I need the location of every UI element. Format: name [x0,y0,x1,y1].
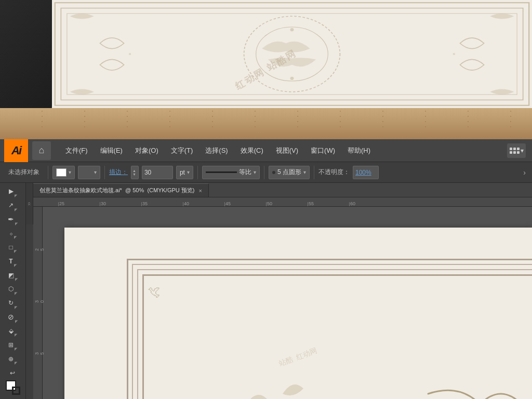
properties-bar: 未选择对象 ▾ ▾ 描边： ▲ ▼ 30 [0,162,532,183]
ai-logo: Ai [4,139,28,162]
opacity-input[interactable]: 100% [353,166,379,179]
rotate-sub-arrow: ◤ [15,305,17,310]
rectangle-tool[interactable]: □ ◤ [3,241,23,254]
svg-point-3 [244,16,340,92]
ruler-mark-40: 40 [183,201,189,206]
file-tab[interactable]: 创意莫兰迪条纹抽象欧式地毯.ai* @ 50% (CMYK/GPU 预览) × [33,183,209,197]
main-content: ▶ ◤ ↗ ◤ ✒ ◤ ⬦ ◤ □ ◤ [0,183,532,399]
stroke-dropdown-arrow: ▾ [94,169,97,175]
ruler-mark-45: 45 [224,201,231,206]
point-shape-label: 5 点圆形 [277,168,301,177]
stroke-stepper[interactable]: ▲ ▼ [131,166,139,179]
stroke-label[interactable]: 描边： [109,168,128,177]
select-tool[interactable]: ▶ ◤ [3,185,23,198]
canvas-area[interactable]: 创意莫兰迪条纹抽象欧式地毯.ai* @ 50% (CMYK/GPU 预览) × … [33,183,532,399]
separator-1 [48,166,48,179]
eyedropper-icon: ⊘ [8,313,14,321]
svg-rect-2 [67,14,517,95]
top-image-area: 红动网 站酷网 [0,0,532,139]
symbol-icon: ⬙ [9,327,14,335]
workspace-arrow-icon: ▾ [521,147,524,154]
workspace-grid-icon [510,148,520,154]
menu-text[interactable]: 文字(T) [165,144,200,157]
menu-file[interactable]: 文件(F) [59,144,94,157]
menu-view[interactable]: 视图(V) [270,144,304,157]
no-selection-label: 未选择对象 [4,168,44,177]
menu-edit[interactable]: 编辑(E) [94,144,129,157]
stepper-up[interactable]: ▲ [132,169,136,172]
opacity-value: 100% [355,169,371,176]
svg-point-4 [256,27,328,81]
stroke-dropdown[interactable]: ▾ [78,166,100,179]
line-style-preview [206,171,237,173]
ruler-v-mark-35: 35 [34,352,45,355]
dengbi-label: 等比 [239,168,251,177]
pen-tool[interactable]: ✒ ◤ [3,213,23,226]
fill-swatch [56,168,66,177]
svg-point-7 [129,53,131,55]
stroke-unit: pt [180,169,185,176]
ruler-horizontal: 25 30 35 40 45 50 55 60 [33,197,532,207]
ruler-mark-60: 60 [349,201,355,206]
pen-icon: ✒ [8,215,14,223]
canvas-document: 🕊 [64,228,532,399]
gradient-sub-arrow: ◤ [15,277,18,282]
tab-close-button[interactable]: × [198,188,202,194]
canvas-carpet: 🕊 [64,228,532,399]
eyedropper-tool[interactable]: ⊘ ◤ [3,311,23,324]
select-icon: ▶ [9,188,14,195]
hand-tool[interactable]: ↩ [3,366,23,379]
menu-window[interactable]: 窗口(W) [304,144,341,157]
gradient-tool[interactable]: ◩ ◤ [3,269,23,282]
hand-icon: ↩ [10,369,15,377]
fill-stroke-swatches[interactable] [6,380,20,395]
rectangle-sub-arrow: ◤ [14,249,17,254]
menu-items: 文件(F) 编辑(E) 对象(O) 文字(T) 选择(S) 效果(C) 视图(V… [59,144,507,157]
wood-floor [0,108,532,139]
ruler-v-mark-30: 30 [34,300,45,303]
rotate-tool[interactable]: ↻ ◤ [3,297,23,310]
svg-point-5 [290,28,294,31]
type-sub-arrow: ◤ [14,263,17,268]
more-options-button[interactable]: › [521,168,528,177]
zoom-icon: ⊕ [8,355,14,363]
zoom-tool[interactable]: ⊕ ◤ [3,352,23,365]
menu-effect[interactable]: 效果(C) [234,144,270,157]
tab-zoom: 50% [132,187,144,193]
point-shape-arrow: ▾ [303,169,306,175]
artboard-sub-arrow: ◤ [15,347,17,351]
ruler-mark-50: 50 [266,201,272,206]
line-style-dropdown[interactable]: 等比 ▾ [202,166,260,179]
workspace-button[interactable]: ▾ [507,143,526,158]
stepper-down[interactable]: ▼ [132,172,136,176]
ruler-marks: 25 30 35 40 45 50 55 60 [43,197,532,206]
stroke-unit-dropdown[interactable]: pt ▾ [176,166,193,179]
anchor-sub-arrow: ◤ [14,235,17,240]
blend-tool[interactable]: ⬡ ◤ [3,283,23,296]
type-icon: T [9,258,12,265]
point-shape-dropdown[interactable]: 5 点圆形 ▾ [269,166,310,179]
canvas-viewport[interactable]: 25 30 35 [33,207,532,399]
separator-2 [104,166,105,179]
type-tool[interactable]: T ◤ [3,255,23,268]
select-sub-arrow: ◤ [15,194,17,198]
menu-help[interactable]: 帮助(H) [341,144,377,157]
menu-select[interactable]: 选择(S) [199,144,234,157]
symbol-tool[interactable]: ⬙ ◤ [3,325,23,338]
anchor-tool[interactable]: ⬦ ◤ [3,227,23,240]
direct-select-sub-arrow: ◤ [15,208,17,212]
border-inner-1 [132,264,532,265]
stroke-swatch [82,168,92,177]
rectangle-icon: □ [9,244,12,251]
home-button[interactable]: ⌂ [32,141,51,160]
floral-ornament [116,342,532,399]
direct-select-tool[interactable]: ↗ ◤ [3,199,23,212]
menu-bar: Ai ⌂ 文件(F) 编辑(E) 对象(O) 文字(T) 选择(S) 效果(C)… [0,139,532,162]
menu-object[interactable]: 对象(O) [129,144,165,157]
panel-collapse-button[interactable]: ‹‹ [26,183,33,224]
artboard-tool[interactable]: ⊞ ◤ [3,338,23,351]
stroke-value-input[interactable]: 30 [142,166,173,179]
opacity-label: 不透明度： [318,168,350,177]
separator-5 [314,166,314,179]
fill-dropdown[interactable]: ▾ [52,166,75,179]
